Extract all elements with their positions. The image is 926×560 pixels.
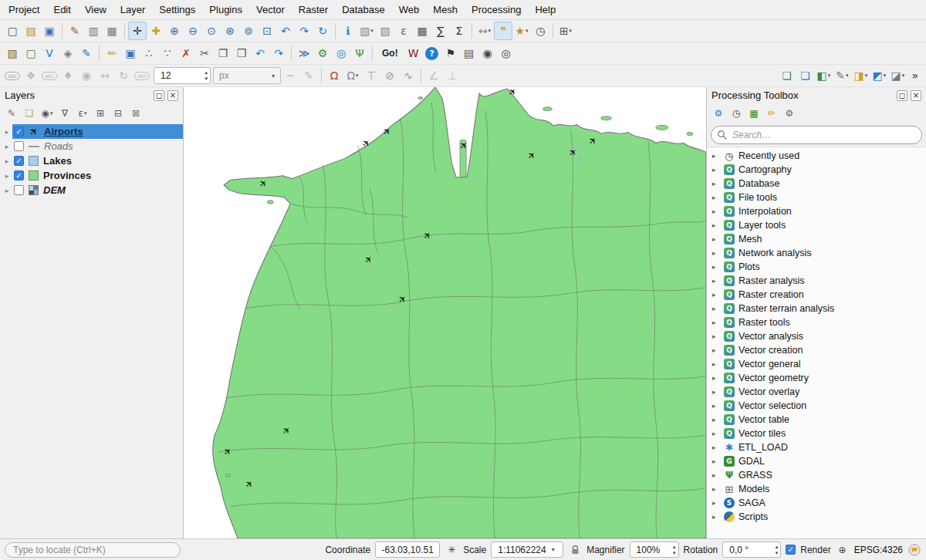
annotation-toolbar-icon[interactable]: ✎▾	[833, 66, 851, 85]
pin-labels-icon[interactable]: ♦	[59, 66, 77, 85]
add-group-icon[interactable]: ❏	[22, 106, 37, 121]
expand-arrow-icon[interactable]: ▸	[712, 471, 720, 479]
avoid-overlap-icon[interactable]: ⊘	[380, 66, 399, 85]
zoom-full-icon[interactable]: ⊛	[221, 22, 239, 40]
map-tips-icon[interactable]: ❞	[494, 22, 512, 40]
toolbox-group-scripts[interactable]: ▸Scripts	[707, 510, 926, 524]
options-wrench-icon[interactable]: ⚙	[782, 106, 797, 121]
toolbox-group-raster-creation[interactable]: ▸Raster creation	[707, 288, 926, 302]
highlight-pinned-labels-icon[interactable]: abc	[40, 66, 59, 85]
paste-features-icon[interactable]: ❒	[232, 44, 251, 62]
topological-editing-icon[interactable]: ⊤	[362, 66, 380, 85]
labeling-options-icon[interactable]: abc	[3, 66, 22, 85]
field-calculator-icon[interactable]: ∑	[431, 22, 450, 40]
change-label-icon[interactable]: abc	[133, 66, 151, 85]
measure-toolbar-icon[interactable]: ◪▾	[888, 66, 907, 85]
debug-plugin-icon[interactable]: ⚑	[441, 44, 460, 62]
expand-arrow-icon[interactable]: ▸	[712, 499, 720, 507]
go-button[interactable]: Go!	[376, 44, 404, 62]
select-by-expression-icon[interactable]: ε	[394, 22, 413, 40]
new-project-icon[interactable]: ▢	[3, 22, 22, 40]
filter-legend-icon[interactable]: ∇	[57, 106, 73, 121]
menu-web[interactable]: Web	[392, 0, 427, 19]
expand-arrow-icon[interactable]: ▸	[712, 277, 720, 285]
toolbox-group-vector-geometry[interactable]: ▸Vector geometry	[707, 371, 926, 385]
layer-row-dem[interactable]: ▸✓DEM	[0, 183, 183, 197]
identify-features-icon[interactable]: ℹ	[339, 22, 357, 40]
toolbox-group-vector-table[interactable]: ▸Vector table	[707, 413, 926, 427]
results-viewer-icon[interactable]: ▦	[746, 106, 762, 121]
show-hide-labels-icon[interactable]: ◉	[77, 66, 96, 85]
zoom-last-icon[interactable]: ↶	[276, 22, 295, 40]
menu-plugins[interactable]: Plugins	[202, 0, 249, 19]
toolbox-group-raster-terrain-analysis[interactable]: ▸Raster terrain analysis	[707, 302, 926, 315]
toolbox-group-vector-selection[interactable]: ▸Vector selection	[707, 399, 926, 413]
open-data-source-manager-icon[interactable]: ▧	[3, 44, 22, 62]
new-shapefile-layer-icon[interactable]: V	[40, 44, 59, 62]
save-layer-edits-icon[interactable]: ▣	[121, 44, 140, 62]
expand-arrow-icon[interactable]: ▸	[712, 263, 720, 271]
toolbox-group-interpolation[interactable]: ▸Interpolation	[707, 204, 926, 218]
expand-arrow-icon[interactable]: ▸	[2, 128, 12, 136]
toolbox-group-raster-analysis[interactable]: ▸Raster analysis	[707, 274, 926, 288]
help-contents-icon[interactable]: ?	[423, 44, 441, 62]
layer-checkbox[interactable]: ✓	[14, 141, 24, 151]
open-attribute-table-icon[interactable]: ▦	[413, 22, 431, 40]
decorations-icon[interactable]: ◨▾	[851, 66, 870, 85]
map-theme-swap-icon[interactable]: ❏	[777, 66, 796, 85]
layer-checkbox[interactable]: ✓	[14, 156, 24, 166]
snapping-mode-icon[interactable]: Ω▾	[343, 66, 362, 85]
toolbox-group-raster-tools[interactable]: ▸Raster tools	[707, 315, 926, 329]
new-layout-icon[interactable]: ▥	[84, 22, 103, 40]
add-point-feature-icon[interactable]: ∴	[140, 44, 158, 62]
toolbox-group-vector-tiles[interactable]: ▸Vector tiles	[707, 427, 926, 440]
toolbox-group-vector-overlay[interactable]: ▸Vector overlay	[707, 385, 926, 399]
collapse-all-icon[interactable]: ⊟	[110, 106, 126, 121]
copy-features-icon[interactable]: ❐	[214, 44, 232, 62]
menu-mesh[interactable]: Mesh	[426, 0, 465, 19]
search-input[interactable]	[711, 126, 922, 144]
layer-checkbox[interactable]: ✓	[14, 185, 24, 195]
redo-icon[interactable]: ↷	[269, 44, 288, 62]
history-icon[interactable]: ◷	[728, 106, 744, 121]
expand-arrow-icon[interactable]: ▸	[712, 235, 720, 243]
open-project-icon[interactable]: ▤	[22, 22, 40, 40]
format-painter-icon[interactable]: ✎	[299, 66, 318, 85]
toolbar-overflow-icon[interactable]: »	[907, 69, 923, 82]
new-geopackage-layer-icon[interactable]: ▢	[22, 44, 40, 62]
menu-project[interactable]: Project	[2, 0, 46, 19]
advanced-digitizing-icon[interactable]: ∠	[424, 66, 443, 85]
expand-arrow-icon[interactable]: ▸	[712, 332, 720, 340]
crs-label[interactable]: EPSG:4326	[854, 545, 903, 555]
zoom-in-icon[interactable]: ⊕	[165, 22, 184, 40]
expand-arrow-icon[interactable]: ▸	[712, 360, 720, 368]
expand-arrow-icon[interactable]: ▸	[712, 416, 720, 423]
delete-selected-icon[interactable]: ✗	[177, 44, 195, 62]
layout-manager-icon[interactable]: ▦	[103, 22, 121, 40]
expand-arrow-icon[interactable]: ▸	[712, 346, 720, 354]
menu-database[interactable]: Database	[335, 0, 392, 19]
temporal-controller-icon[interactable]: ◷	[531, 22, 549, 40]
spin-down-icon[interactable]: ▾	[204, 76, 208, 82]
toggle-editing-icon[interactable]: ✏	[103, 44, 121, 62]
expand-arrow-icon[interactable]: ▸	[712, 249, 720, 257]
expand-arrow-icon[interactable]: ▸	[712, 485, 720, 493]
deselect-features-icon[interactable]: ▨	[376, 22, 394, 40]
menu-vector[interactable]: Vector	[249, 0, 292, 19]
layers-close-icon[interactable]: ×	[167, 90, 178, 101]
python-console-icon[interactable]: ≫	[295, 44, 313, 62]
toolbox-group-network-analysis[interactable]: ▸Network analysis	[707, 246, 926, 260]
spin-down-icon[interactable]: ▾	[776, 550, 779, 556]
diagram-options-icon[interactable]: ❖	[22, 66, 40, 85]
toolbox-group-models[interactable]: ▸Models	[707, 482, 926, 496]
certificate-manager-icon[interactable]: ▤	[460, 44, 478, 62]
save-project-icon[interactable]: ▣	[40, 22, 59, 40]
curved-label-icon[interactable]: ~	[281, 66, 299, 85]
toolbox-group-recently-used[interactable]: ▸Recently used	[707, 149, 926, 163]
undo-icon[interactable]: ↶	[251, 44, 269, 62]
toolbox-group-vector-creation[interactable]: ▸Vector creation	[707, 343, 926, 357]
plugin-manager-icon[interactable]: ⚙	[313, 44, 332, 62]
zoom-next-icon[interactable]: ↷	[295, 22, 313, 40]
zoom-out-icon[interactable]: ⊖	[184, 22, 202, 40]
expand-all-icon[interactable]: ⊞	[93, 106, 108, 121]
